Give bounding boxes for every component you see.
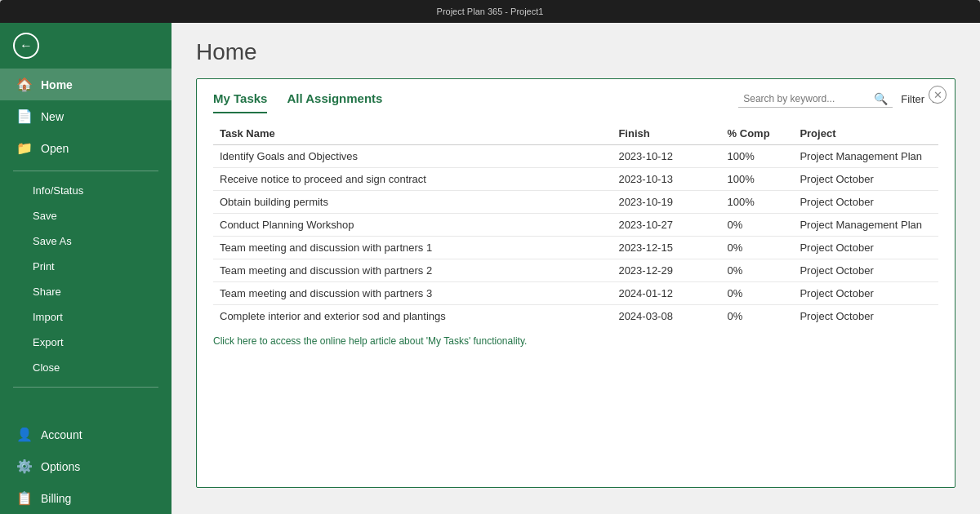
back-circle-icon: ←	[13, 33, 39, 59]
col-header-task-name: Task Name	[213, 122, 612, 145]
filter-label: Filter	[901, 93, 924, 105]
table-row: Team meeting and discussion with partner…	[213, 282, 938, 305]
save-as-label: Save As	[33, 235, 72, 247]
table-row: Conduct Planning Workshop 2023-10-27 0% …	[213, 214, 938, 237]
search-box: 🔍	[738, 91, 893, 108]
cell-pct-comp-4: 0%	[721, 237, 794, 259]
sidebar-item-open[interactable]: 📁 Open	[0, 132, 172, 164]
open-folder-icon: 📁	[16, 140, 31, 156]
home-icon: 🏠	[16, 77, 31, 92]
cell-finish-6: 2024-01-12	[612, 282, 720, 305]
sidebar-item-info-status[interactable]: Info/Status	[0, 178, 172, 203]
cell-finish-7: 2024-03-08	[612, 305, 720, 328]
sidebar: ← 🏠 Home 📄 New 📁 Open Info/Status Save	[0, 23, 172, 514]
cell-finish-4: 2023-12-15	[612, 237, 720, 259]
sidebar-bottom-section: 👤 Account ⚙️ Options 📋 Billing	[0, 419, 172, 514]
search-area: 🔍 Filter ▼	[738, 91, 938, 114]
tasks-table: Task Name Finish % Comp Project Identify…	[213, 122, 938, 327]
app-window: Project Plan 365 - Project1 ← 🏠 Home 📄 N…	[0, 0, 980, 514]
title-bar: Project Plan 365 - Project1	[0, 0, 980, 23]
table-body: Identify Goals and Objectives 2023-10-12…	[213, 145, 938, 328]
cell-project-2: Project October	[793, 191, 938, 214]
export-label: Export	[33, 336, 64, 348]
tab-all-assignments[interactable]: All Assignments	[287, 91, 382, 113]
col-header-pct-comp: % Comp	[721, 122, 794, 145]
billing-label: Billing	[41, 492, 71, 505]
sidebar-item-billing[interactable]: 📋 Billing	[0, 482, 172, 514]
table-row: Identify Goals and Objectives 2023-10-12…	[213, 145, 938, 168]
sidebar-item-open-label: Open	[41, 142, 69, 155]
col-header-project: Project	[793, 122, 938, 145]
sidebar-item-close[interactable]: Close	[0, 355, 172, 380]
cell-task-name-2: Obtain building permits	[213, 191, 612, 214]
sidebar-item-print[interactable]: Print	[0, 254, 172, 279]
tab-my-tasks[interactable]: My Tasks	[213, 91, 267, 113]
close-label: Close	[33, 361, 60, 374]
sidebar-item-home[interactable]: 🏠 Home	[0, 69, 172, 100]
cell-project-6: Project October	[793, 282, 938, 305]
sidebar-item-new-label: New	[41, 110, 64, 123]
page-title: Home	[196, 39, 956, 65]
cell-pct-comp-3: 0%	[721, 214, 794, 237]
cell-project-0: Project Management Plan	[793, 145, 938, 168]
table-row: Team meeting and discussion with partner…	[213, 237, 938, 259]
cell-project-7: Project October	[793, 305, 938, 328]
help-link[interactable]: Click here to access the online help art…	[197, 327, 955, 355]
new-doc-icon: 📄	[16, 109, 31, 124]
cell-finish-0: 2023-10-12	[612, 145, 720, 168]
sidebar-item-home-label: Home	[41, 78, 73, 91]
sidebar-divider-top	[13, 171, 158, 171]
sidebar-item-new[interactable]: 📄 New	[0, 100, 172, 132]
sidebar-item-save-as[interactable]: Save As	[0, 228, 172, 254]
cell-task-name-5: Team meeting and discussion with partner…	[213, 259, 612, 282]
cell-pct-comp-0: 100%	[721, 145, 794, 168]
table-header: Task Name Finish % Comp Project	[213, 122, 938, 145]
share-label: Share	[33, 286, 61, 298]
cell-pct-comp-2: 100%	[721, 191, 794, 214]
back-button[interactable]: ←	[0, 23, 172, 69]
cell-pct-comp-6: 0%	[721, 282, 794, 305]
cell-finish-3: 2023-10-27	[612, 214, 720, 237]
table-row: Receive notice to proceed and sign contr…	[213, 168, 938, 191]
options-icon: ⚙️	[16, 459, 31, 474]
table-row: Obtain building permits 2023-10-19 100% …	[213, 191, 938, 214]
cell-pct-comp-1: 100%	[721, 168, 794, 191]
cell-project-5: Project October	[793, 259, 938, 282]
cell-project-1: Project October	[793, 168, 938, 191]
search-icon: 🔍	[874, 92, 888, 105]
options-label: Options	[41, 460, 80, 473]
title-bar-text: Project Plan 365 - Project1	[437, 7, 544, 16]
col-header-finish: Finish	[612, 122, 720, 145]
tasks-table-container: Task Name Finish % Comp Project Identify…	[197, 122, 955, 327]
billing-icon: 📋	[16, 490, 31, 506]
search-input[interactable]	[743, 93, 874, 104]
sidebar-item-save[interactable]: Save	[0, 203, 172, 228]
cell-finish-1: 2023-10-13	[612, 168, 720, 191]
app-body: ← 🏠 Home 📄 New 📁 Open Info/Status Save	[0, 23, 980, 514]
sidebar-item-options[interactable]: ⚙️ Options	[0, 450, 172, 482]
cell-pct-comp-7: 0%	[721, 305, 794, 328]
cell-task-name-0: Identify Goals and Objectives	[213, 145, 612, 168]
cell-task-name-6: Team meeting and discussion with partner…	[213, 282, 612, 305]
cell-task-name-1: Receive notice to proceed and sign contr…	[213, 168, 612, 191]
cell-finish-5: 2023-12-29	[612, 259, 720, 282]
account-label: Account	[41, 428, 82, 441]
account-icon: 👤	[16, 427, 31, 442]
sidebar-item-export[interactable]: Export	[0, 330, 172, 355]
table-row: Team meeting and discussion with partner…	[213, 259, 938, 282]
close-panel-button[interactable]: ✕	[929, 86, 947, 104]
content-panel: ✕ My Tasks All Assignments 🔍 Filter ▼	[196, 78, 956, 488]
cell-task-name-3: Conduct Planning Workshop	[213, 214, 612, 237]
cell-project-3: Project Management Plan	[793, 214, 938, 237]
panel-header: My Tasks All Assignments 🔍 Filter ▼	[197, 79, 955, 114]
sidebar-item-share[interactable]: Share	[0, 279, 172, 304]
main-content: Home ✕ My Tasks All Assignments 🔍 Filter	[172, 23, 980, 514]
import-label: Import	[33, 311, 63, 323]
cell-task-name-4: Team meeting and discussion with partner…	[213, 237, 612, 259]
sidebar-item-account[interactable]: 👤 Account	[0, 419, 172, 450]
table-row: Complete interior and exterior sod and p…	[213, 305, 938, 328]
cell-task-name-7: Complete interior and exterior sod and p…	[213, 305, 612, 328]
sidebar-item-import[interactable]: Import	[0, 304, 172, 330]
cell-finish-2: 2023-10-19	[612, 191, 720, 214]
sidebar-divider-bottom	[13, 387, 158, 388]
